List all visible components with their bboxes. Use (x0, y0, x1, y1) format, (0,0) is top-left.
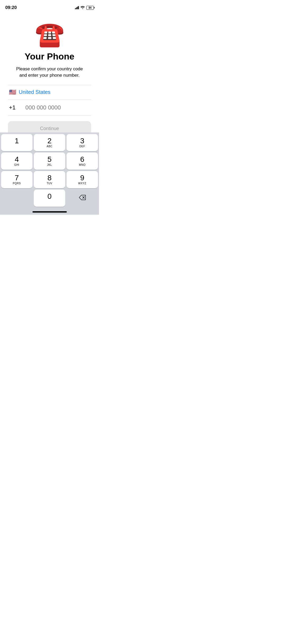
battery-icon: 84 (86, 6, 94, 10)
country-selector[interactable]: 🇺🇸 United States (8, 85, 91, 99)
numpad-key-1[interactable]: 1 (1, 134, 32, 151)
numpad-key-0[interactable]: 0 (34, 190, 65, 207)
numpad-key-empty (1, 190, 32, 207)
page-subtitle: Please confirm your country codeand ente… (16, 66, 83, 79)
country-code: +1 (9, 104, 22, 111)
page-title: Your Phone (25, 51, 74, 62)
numpad-key-4[interactable]: 4 GHI (1, 153, 32, 170)
wifi-icon (81, 6, 85, 10)
numpad-key-8[interactable]: 8 TUV (34, 171, 65, 188)
phone-icon: ☎️ (35, 22, 64, 46)
country-name: United States (19, 89, 50, 95)
numpad-key-3[interactable]: 3 DEF (67, 134, 98, 151)
phone-input-row: +1 (8, 99, 91, 116)
numpad-key-6[interactable]: 6 MNO (67, 153, 98, 170)
status-icons: 84 (75, 6, 94, 10)
signal-icon (75, 6, 79, 9)
status-bar: 09:20 84 (0, 0, 99, 12)
numpad-grid: 1 2 ABC 3 DEF 4 GHI 5 JKL 6 MNO 7 PQRS (1, 134, 98, 207)
phone-number-input[interactable] (25, 104, 98, 111)
numpad-delete-key[interactable] (67, 190, 98, 207)
delete-icon (79, 195, 86, 202)
country-flag: 🇺🇸 (9, 89, 16, 96)
home-indicator (32, 211, 67, 213)
numpad-key-7[interactable]: 7 PQRS (1, 171, 32, 188)
main-content: ☎️ Your Phone Please confirm your countr… (0, 12, 99, 136)
numpad-key-9[interactable]: 9 WXYZ (67, 171, 98, 188)
numpad-key-5[interactable]: 5 JKL (34, 153, 65, 170)
status-time: 09:20 (5, 5, 17, 10)
numpad: 1 2 ABC 3 DEF 4 GHI 5 JKL 6 MNO 7 PQRS (0, 132, 99, 215)
numpad-key-2[interactable]: 2 ABC (34, 134, 65, 151)
